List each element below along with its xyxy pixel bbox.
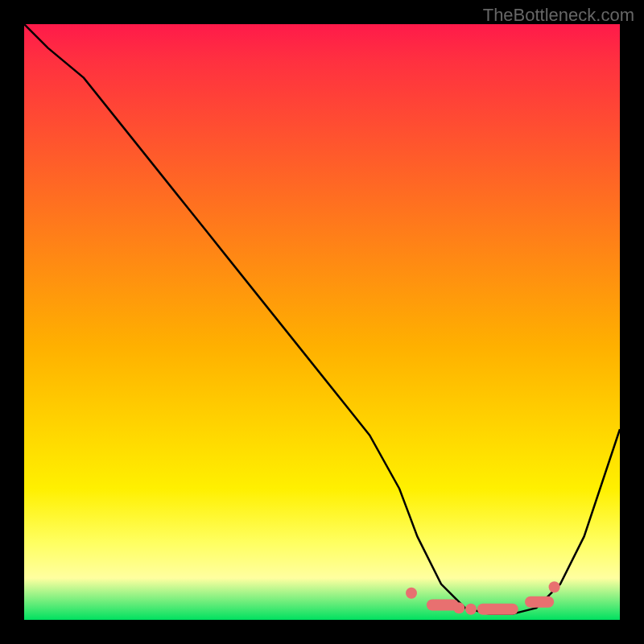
plot-area <box>24 24 620 620</box>
bottleneck-curve <box>24 24 620 614</box>
marker-dot <box>453 602 464 613</box>
chart-svg <box>24 24 620 620</box>
marker-group <box>406 581 560 614</box>
marker-dot <box>406 588 417 599</box>
marker-dot <box>549 581 560 592</box>
watermark-text: TheBottleneck.com <box>483 5 634 26</box>
marker-dot <box>465 604 477 615</box>
